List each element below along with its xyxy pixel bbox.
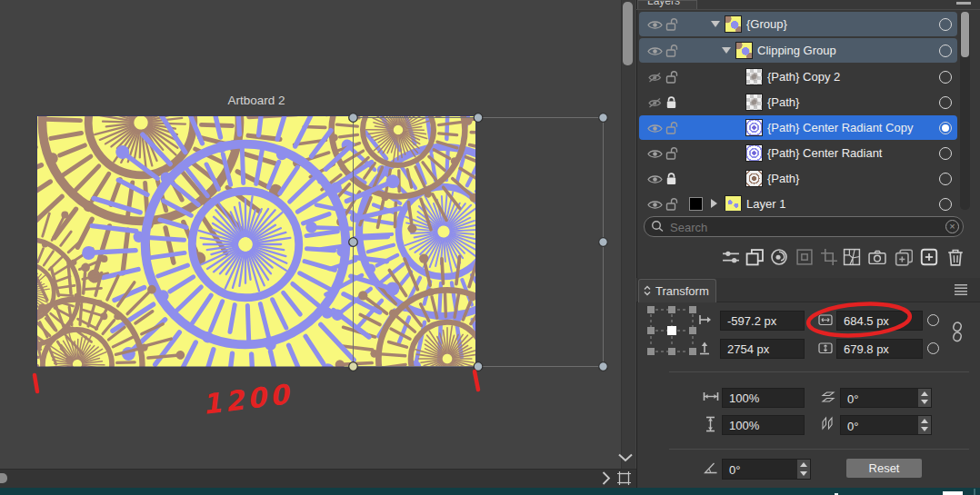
duplicate-layer-icon[interactable] bbox=[745, 248, 764, 266]
adjustment-icon[interactable] bbox=[770, 248, 788, 266]
shear-y-stepper[interactable] bbox=[918, 416, 931, 434]
layer-row-center-radiant[interactable]: {Path} Center Radiant bbox=[639, 141, 957, 165]
layers-search-box[interactable]: × bbox=[644, 216, 964, 237]
transform-divider bbox=[669, 449, 969, 450]
canvas-vertical-scroll-thumb[interactable] bbox=[623, 2, 633, 65]
height-field[interactable] bbox=[836, 339, 923, 359]
link-dimensions-icon[interactable] bbox=[951, 322, 964, 342]
x-position-field[interactable] bbox=[720, 311, 805, 331]
layer-label: {Path} Center Radiant bbox=[767, 146, 882, 160]
visibility-eye-icon[interactable] bbox=[647, 123, 663, 134]
tab-transform[interactable]: Transform bbox=[638, 279, 716, 302]
mask-crop-icon[interactable] bbox=[820, 248, 838, 266]
unlock-icon[interactable] bbox=[665, 17, 678, 31]
layer-thumbnail bbox=[745, 119, 763, 136]
unlock-icon[interactable] bbox=[665, 121, 678, 134]
artboard-label[interactable]: Artboard 2 bbox=[36, 94, 476, 107]
lock-icon[interactable] bbox=[665, 172, 678, 185]
transform-panel-menu-icon[interactable] bbox=[953, 283, 969, 296]
shear-y-combo[interactable] bbox=[840, 415, 932, 435]
visibility-hidden-eye-icon[interactable] bbox=[647, 72, 663, 84]
layer-select-circle[interactable] bbox=[939, 71, 952, 84]
search-input[interactable] bbox=[668, 218, 935, 236]
artboard-frame-icon[interactable] bbox=[616, 470, 632, 486]
width-field[interactable] bbox=[836, 311, 923, 331]
visibility-eye-icon[interactable] bbox=[647, 45, 663, 57]
unlock-icon[interactable] bbox=[665, 197, 678, 211]
selection-handle[interactable] bbox=[474, 114, 483, 123]
layer-thumbnail bbox=[745, 144, 763, 162]
layer-row-path[interactable]: {Path} bbox=[639, 90, 957, 114]
layer-select-circle[interactable] bbox=[939, 18, 952, 31]
expand-triangle-icon[interactable] bbox=[711, 21, 720, 27]
layer-row-layer-1[interactable]: Layer 1 bbox=[639, 192, 957, 211]
scroll-down-chevron-icon[interactable] bbox=[618, 453, 633, 462]
canvas-viewport[interactable]: Artboard 2 bbox=[0, 0, 636, 488]
shear-x-combo[interactable] bbox=[840, 388, 932, 408]
pattern-grid-icon[interactable] bbox=[843, 248, 861, 266]
visibility-eye-icon[interactable] bbox=[647, 173, 663, 185]
scroll-right-chevron-icon[interactable] bbox=[602, 471, 611, 485]
layer-select-circle[interactable] bbox=[939, 173, 952, 185]
shear-x-field[interactable] bbox=[841, 389, 920, 409]
shear-y-field[interactable] bbox=[841, 416, 920, 436]
visibility-hidden-eye-icon[interactable] bbox=[647, 97, 663, 109]
selection-handle[interactable] bbox=[349, 362, 358, 371]
artboard-canvas[interactable] bbox=[36, 115, 476, 367]
canvas-vertical-scrollbar[interactable] bbox=[621, 0, 635, 469]
delete-layer-icon[interactable] bbox=[946, 248, 965, 266]
selection-handle[interactable] bbox=[599, 238, 608, 247]
new-layer-copy-icon[interactable] bbox=[895, 248, 913, 266]
selection-handle[interactable] bbox=[349, 238, 358, 247]
y-position-field[interactable] bbox=[720, 339, 805, 359]
reset-button[interactable]: Reset bbox=[846, 459, 922, 478]
layer-color-swatch[interactable] bbox=[689, 197, 703, 211]
layer-thumbnail bbox=[735, 42, 753, 59]
scale-x-field[interactable] bbox=[722, 388, 805, 408]
unlock-icon[interactable] bbox=[665, 44, 678, 57]
layer-thumbnail bbox=[725, 15, 742, 33]
layer-row-center-radiant-copy-selected[interactable]: {Path} Center Radiant Copy bbox=[639, 115, 957, 140]
layers-scroll-thumb[interactable] bbox=[961, 12, 969, 57]
canvas-horizontal-scrollbar[interactable] bbox=[0, 469, 636, 489]
search-clear-icon[interactable]: × bbox=[945, 220, 959, 233]
height-option-circle[interactable] bbox=[927, 342, 939, 354]
layer-select-circle[interactable] bbox=[939, 45, 952, 57]
unlock-icon[interactable] bbox=[665, 70, 678, 84]
layer-row-path-locked[interactable]: {Path} bbox=[639, 166, 957, 191]
insert-inside-icon[interactable] bbox=[795, 248, 814, 266]
scale-y-field[interactable] bbox=[722, 415, 805, 435]
selection-handle[interactable] bbox=[599, 362, 608, 371]
visibility-eye-icon[interactable] bbox=[647, 19, 663, 31]
expand-triangle-icon[interactable] bbox=[722, 47, 731, 54]
layer-row-group[interactable]: {Group} bbox=[639, 12, 957, 36]
collapsed-triangle-icon[interactable] bbox=[711, 199, 717, 208]
rotation-stepper[interactable] bbox=[797, 460, 810, 479]
selection-handle[interactable] bbox=[474, 362, 483, 371]
rotation-combo[interactable] bbox=[722, 459, 811, 480]
snapshot-camera-icon[interactable] bbox=[868, 248, 886, 266]
layers-panel-menu-icon[interactable] bbox=[956, 2, 971, 5]
x-position-icon bbox=[698, 314, 712, 325]
layer-label: {Path} bbox=[767, 95, 799, 109]
visibility-eye-icon[interactable] bbox=[647, 148, 663, 160]
layer-select-circle-active[interactable] bbox=[939, 122, 952, 134]
layer-select-circle[interactable] bbox=[939, 96, 952, 109]
unlock-icon[interactable] bbox=[665, 146, 678, 160]
layer-select-circle[interactable] bbox=[939, 147, 952, 160]
width-option-circle[interactable] bbox=[927, 314, 939, 326]
layer-row-clipping-group[interactable]: Clipping Group bbox=[639, 38, 957, 63]
rotation-field[interactable] bbox=[723, 460, 802, 480]
selection-handle[interactable] bbox=[599, 114, 608, 123]
layer-select-circle[interactable] bbox=[939, 198, 952, 211]
visibility-eye-icon[interactable] bbox=[647, 199, 663, 211]
lock-icon[interactable] bbox=[665, 95, 678, 109]
collapse-chevrons-icon[interactable] bbox=[644, 285, 651, 296]
selection-handle[interactable] bbox=[349, 114, 358, 123]
add-layer-icon[interactable] bbox=[920, 248, 938, 266]
anchor-center-selected[interactable] bbox=[667, 326, 676, 335]
shear-x-stepper[interactable] bbox=[918, 389, 931, 407]
anchor-point-selector[interactable] bbox=[647, 306, 696, 357]
layer-options-icon[interactable] bbox=[722, 248, 740, 266]
layer-row-path-copy-2[interactable]: {Path} Copy 2 bbox=[639, 64, 957, 89]
